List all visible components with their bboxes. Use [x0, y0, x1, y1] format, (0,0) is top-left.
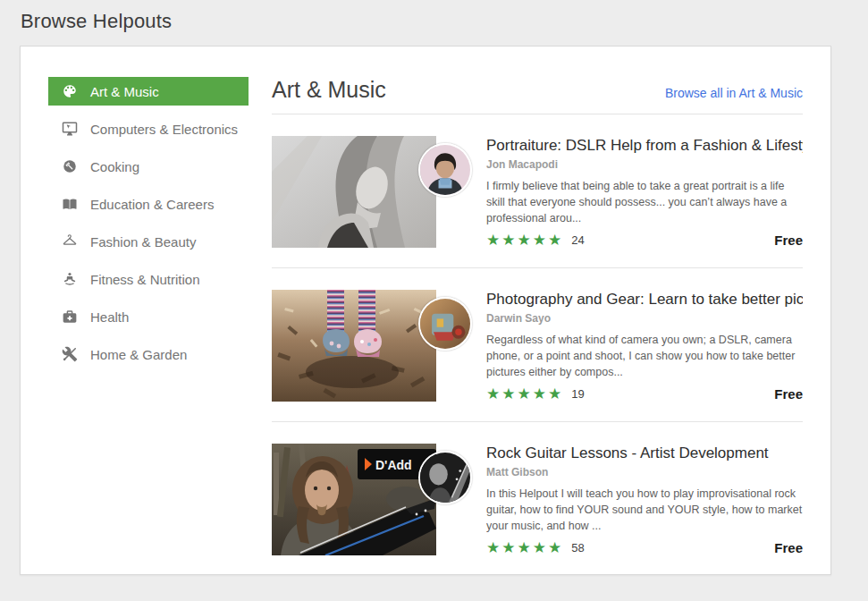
listing-row[interactable]: D'Add: [272, 421, 803, 575]
listing-media: D'Add: [272, 444, 474, 555]
listing-title[interactable]: Portraiture: DSLR Help from a Fashion & …: [486, 136, 803, 156]
sidebar-item-fashion-beauty[interactable]: Fashion & Beauty: [48, 227, 249, 256]
rating-row: ★★★★★ 19 Free: [486, 386, 803, 402]
rating-row: ★★★★★ 24 Free: [486, 233, 803, 248]
seller-avatar[interactable]: [418, 297, 472, 351]
listing-title[interactable]: Rock Guitar Lessons - Artist Development: [486, 444, 803, 463]
page-header: Browse Helpouts: [0, 0, 868, 46]
rating-row: ★★★★★ 58 Free: [486, 540, 803, 555]
listing-row[interactable]: Photography and Gear: Learn to take bett…: [272, 267, 803, 421]
palette-icon: [62, 83, 78, 99]
listing-row[interactable]: Portraiture: DSLR Help from a Fashion & …: [272, 114, 803, 267]
listing-media: [272, 136, 474, 248]
listing-description: I firmly believe that being able to take…: [486, 179, 803, 226]
category-sidebar: Art & Music Computers & Electronics Cook…: [48, 77, 249, 574]
listing-thumbnail-guitar[interactable]: D'Add: [272, 444, 436, 555]
listing-author: Matt Gibson: [486, 466, 803, 478]
listings-panel: Art & Music Browse all in Art & Music: [272, 77, 803, 574]
seller-avatar[interactable]: [418, 451, 472, 504]
page-title: Browse Helpouts: [21, 10, 868, 33]
sidebar-item-label: Fashion & Beauty: [90, 234, 196, 250]
listing-body: Rock Guitar Lessons - Artist Development…: [486, 444, 803, 555]
price-label: Free: [774, 386, 803, 402]
medical-bag-icon: [62, 309, 78, 325]
rating-count: 19: [571, 387, 584, 401]
star-rating-icon: ★★★★★: [486, 540, 563, 555]
listing-thumbnail-shoes[interactable]: [272, 290, 436, 402]
tools-icon: [62, 346, 78, 362]
section-heading: Art & Music: [272, 77, 386, 103]
seller-avatar[interactable]: [418, 143, 472, 197]
hanger-icon: [62, 233, 78, 250]
sidebar-item-health[interactable]: Health: [48, 302, 249, 331]
listing-author: Jon Macapodi: [486, 158, 803, 171]
sidebar-item-label: Health: [90, 309, 129, 325]
sidebar-item-art-music[interactable]: Art & Music: [48, 77, 249, 106]
listing-media: [272, 290, 474, 402]
rating-count: 58: [571, 541, 584, 554]
price-label: Free: [774, 233, 803, 248]
section-header: Art & Music Browse all in Art & Music: [272, 77, 803, 114]
listing-author: Darwin Sayo: [486, 312, 803, 325]
listing-body: Portraiture: DSLR Help from a Fashion & …: [486, 136, 803, 248]
sidebar-item-cooking[interactable]: Cooking: [48, 152, 249, 181]
star-rating-icon: ★★★★★: [486, 233, 563, 248]
listing-body: Photography and Gear: Learn to take bett…: [486, 290, 803, 402]
sidebar-item-label: Art & Music: [90, 84, 159, 99]
sidebar-item-label: Education & Careers: [90, 197, 214, 212]
price-label: Free: [774, 540, 803, 555]
listing-description: In this Helpout I will teach you how to …: [486, 487, 803, 534]
book-icon: [62, 196, 78, 212]
thumb-banner-text: D'Add: [375, 458, 412, 472]
star-rating-icon: ★★★★★: [486, 386, 563, 402]
sidebar-item-label: Home & Garden: [90, 347, 187, 362]
listing-title[interactable]: Photography and Gear: Learn to take bett…: [486, 290, 803, 309]
sidebar-item-label: Computers & Electronics: [90, 122, 238, 137]
sidebar-item-education-careers[interactable]: Education & Careers: [48, 190, 249, 218]
listing-thumbnail-portrait[interactable]: [272, 136, 436, 248]
cooking-icon: [62, 158, 78, 174]
listing-description: Regardless of what kind of camera you ow…: [486, 333, 803, 380]
sidebar-item-label: Cooking: [90, 159, 139, 174]
monitor-icon: [62, 121, 78, 137]
content-card: Art & Music Computers & Electronics Cook…: [20, 46, 831, 575]
sidebar-item-label: Fitness & Nutrition: [90, 272, 200, 287]
meditation-icon: [62, 271, 78, 287]
sidebar-item-computers-electronics[interactable]: Computers & Electronics: [48, 114, 249, 143]
sidebar-item-fitness-nutrition[interactable]: Fitness & Nutrition: [48, 265, 249, 293]
sidebar-item-home-garden[interactable]: Home & Garden: [48, 340, 249, 368]
rating-count: 24: [571, 233, 584, 247]
browse-all-link[interactable]: Browse all in Art & Music: [665, 86, 803, 100]
